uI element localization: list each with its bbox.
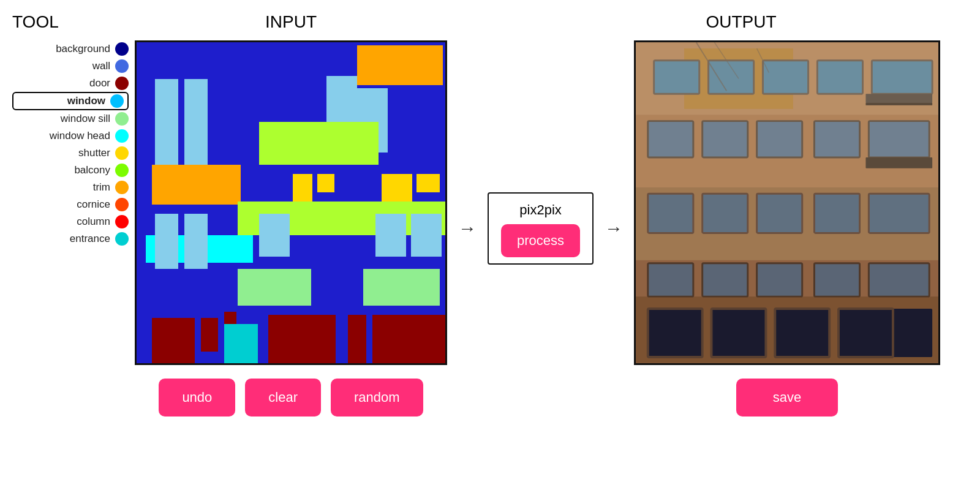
tool-color-wall (115, 59, 129, 73)
svg-rect-45 (878, 309, 932, 357)
svg-rect-29 (648, 194, 693, 233)
tool-item-background[interactable]: background (12, 40, 129, 58)
input-canvas[interactable] (135, 40, 447, 365)
svg-rect-14 (865, 94, 932, 103)
svg-rect-20 (815, 121, 860, 157)
svg-rect-53 (648, 263, 693, 296)
tool-label-cornice: cornice (77, 198, 110, 211)
output-title: OUTPUT (706, 12, 776, 31)
svg-rect-21 (869, 121, 929, 157)
tool-label-door: door (89, 77, 110, 89)
tool-label-balcony: balcony (74, 164, 110, 176)
pix2pix-box: pix2pix process (488, 192, 594, 265)
tool-color-cornice (115, 198, 129, 211)
tool-item-cornice[interactable]: cornice (12, 196, 129, 213)
tool-label-window-sill: window sill (61, 113, 110, 125)
svg-rect-56 (815, 263, 860, 296)
building-facade-svg (636, 42, 938, 363)
tool-label-column: column (77, 216, 110, 228)
tool-label-window: window (67, 95, 105, 107)
tool-color-window-head (115, 129, 129, 143)
tool-color-background (115, 42, 129, 56)
svg-rect-17 (648, 121, 693, 157)
tool-label-wall: wall (92, 60, 110, 72)
output-buttons: save (736, 379, 838, 417)
tool-panel: TOOL backgroundwalldoorwindowwindow sill… (0, 0, 135, 260)
undo-button[interactable]: undo (159, 379, 235, 417)
tool-item-window[interactable]: window (12, 92, 129, 110)
svg-rect-15 (865, 103, 932, 105)
svg-rect-30 (703, 194, 748, 233)
svg-rect-43 (775, 309, 829, 357)
svg-rect-55 (757, 263, 802, 296)
tool-color-window-sill (115, 112, 129, 126)
tool-item-column[interactable]: column (12, 213, 129, 230)
tool-color-window (110, 94, 124, 108)
tool-label-background: background (56, 43, 110, 55)
tool-item-window-head[interactable]: window head (12, 127, 129, 145)
svg-rect-7 (817, 61, 862, 94)
tool-color-column (115, 215, 129, 228)
random-button[interactable]: random (331, 379, 423, 417)
svg-rect-33 (869, 194, 929, 233)
tool-color-shutter (115, 146, 129, 160)
tool-title: TOOL (12, 12, 129, 32)
tool-color-trim (115, 181, 129, 194)
svg-rect-54 (703, 263, 748, 296)
pix2pix-label: pix2pix (519, 202, 561, 218)
right-arrow-icon: → (605, 218, 623, 239)
tool-label-window-head: window head (50, 130, 110, 142)
tool-color-door (115, 77, 129, 90)
svg-rect-5 (709, 61, 754, 94)
tool-item-wall[interactable]: wall (12, 58, 129, 75)
svg-rect-19 (757, 121, 802, 157)
tool-items-list: backgroundwalldoorwindowwindow sillwindo… (12, 40, 129, 247)
tool-item-window-sill[interactable]: window sill (12, 110, 129, 127)
input-title: INPUT (265, 12, 317, 31)
left-arrow-icon: → (458, 218, 477, 239)
svg-rect-27 (865, 157, 932, 168)
svg-rect-41 (648, 309, 703, 357)
svg-rect-57 (869, 263, 929, 296)
tool-item-trim[interactable]: trim (12, 179, 129, 196)
output-image (634, 40, 940, 365)
svg-rect-31 (757, 194, 802, 233)
svg-rect-42 (712, 309, 766, 357)
tool-item-entrance[interactable]: entrance (12, 230, 129, 247)
tool-label-trim: trim (93, 181, 110, 194)
tool-label-shutter: shutter (78, 147, 110, 159)
clear-button[interactable]: clear (245, 379, 321, 417)
tool-color-entrance (115, 232, 129, 246)
tool-color-balcony (115, 164, 129, 177)
svg-rect-8 (872, 61, 932, 94)
svg-rect-32 (815, 194, 860, 233)
tool-item-door[interactable]: door (12, 75, 129, 92)
save-button[interactable]: save (736, 379, 838, 417)
svg-rect-6 (763, 61, 809, 94)
svg-rect-18 (703, 121, 748, 157)
tool-label-entrance: entrance (70, 233, 110, 245)
process-button[interactable]: process (501, 224, 580, 257)
input-buttons: undo clear random (159, 379, 423, 417)
tool-item-balcony[interactable]: balcony (12, 162, 129, 179)
tool-item-shutter[interactable]: shutter (12, 145, 129, 162)
svg-rect-4 (654, 61, 699, 94)
